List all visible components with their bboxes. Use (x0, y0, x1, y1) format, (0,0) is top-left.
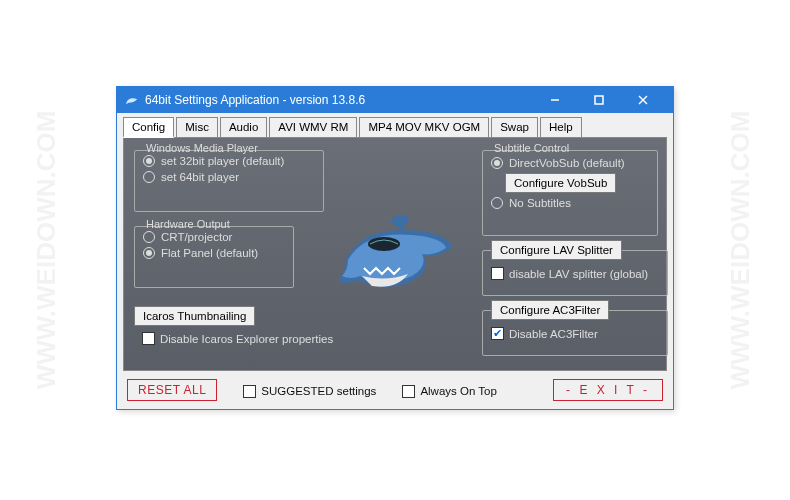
shark-logo (336, 202, 456, 305)
tab-swap[interactable]: Swap (491, 117, 538, 137)
checkbox-suggested-settings[interactable] (243, 385, 256, 398)
group-subtitle-control: Subtitle Control DirectVobSub (default) … (482, 150, 658, 236)
checkbox-disable-icaros-label: Disable Icaros Explorer properties (160, 333, 333, 345)
tab-mp4-mov-mkv-ogm[interactable]: MP4 MOV MKV OGM (359, 117, 489, 137)
group-ac3filter: Configure AC3Filter ✔ Disable AC3Filter (482, 310, 668, 356)
app-window: 64bit Settings Application - version 13.… (116, 86, 674, 410)
configure-ac3filter-button[interactable]: Configure AC3Filter (491, 300, 609, 320)
tab-avi-wmv-rm[interactable]: AVI WMV RM (269, 117, 357, 137)
group-lav-splitter: Configure LAV Splitter disable LAV split… (482, 250, 668, 296)
svg-point-4 (368, 237, 400, 251)
radio-flat-panel[interactable]: Flat Panel (default) (143, 247, 285, 259)
group-sub-label: Subtitle Control (491, 142, 572, 154)
radio-64bit-player[interactable]: set 64bit player (143, 171, 315, 183)
configure-lav-splitter-button[interactable]: Configure LAV Splitter (491, 240, 622, 260)
icaros-thumbnailing-button[interactable]: Icaros Thumbnailing (134, 306, 255, 326)
radio-crt-label: CRT/projector (161, 231, 232, 243)
exit-button[interactable]: - E X I T - (553, 379, 663, 401)
window-title: 64bit Settings Application - version 13.… (145, 93, 533, 107)
close-button[interactable] (621, 87, 665, 113)
maximize-button[interactable] (577, 87, 621, 113)
minimize-button[interactable] (533, 87, 577, 113)
checkbox-disable-ac3-label: Disable AC3Filter (509, 328, 598, 340)
radio-directvobsub-label: DirectVobSub (default) (509, 157, 625, 169)
tab-audio[interactable]: Audio (220, 117, 267, 137)
checkbox-always-on-top[interactable] (402, 385, 415, 398)
reset-all-button[interactable]: RESET ALL (127, 379, 217, 401)
group-wmp: Windows Media Player set 32bit player (d… (134, 150, 324, 212)
radio-no-subtitles-label: No Subtitles (509, 197, 571, 209)
radio-flat-label: Flat Panel (default) (161, 247, 258, 259)
watermark-right: WWW.WEIDOWN.COM (725, 111, 756, 390)
radio-directvobsub[interactable]: DirectVobSub (default) (491, 157, 649, 169)
tab-bar: Config Misc Audio AVI WMV RM MP4 MOV MKV… (117, 113, 673, 137)
group-wmp-label: Windows Media Player (143, 142, 261, 154)
bottom-bar: RESET ALL SUGGESTED settings Always On T… (117, 375, 673, 407)
group-hardware-output: Hardware Output CRT/projector Flat Panel… (134, 226, 294, 288)
radio-crt-projector[interactable]: CRT/projector (143, 231, 285, 243)
radio-32bit-player[interactable]: set 32bit player (default) (143, 155, 315, 167)
titlebar: 64bit Settings Application - version 13.… (117, 87, 673, 113)
tab-help[interactable]: Help (540, 117, 582, 137)
config-panel: Windows Media Player set 32bit player (d… (123, 137, 667, 371)
svg-rect-1 (595, 96, 603, 104)
app-icon (125, 93, 139, 107)
checkbox-disable-ac3[interactable]: ✔ (491, 327, 504, 340)
configure-vobsub-button[interactable]: Configure VobSub (505, 173, 616, 193)
checkbox-disable-lav-label: disable LAV splitter (global) (509, 268, 648, 280)
tab-misc[interactable]: Misc (176, 117, 218, 137)
watermark-left: WWW.WEIDOWN.COM (31, 111, 62, 390)
checkbox-suggested-label: SUGGESTED settings (261, 385, 376, 397)
group-hw-label: Hardware Output (143, 218, 233, 230)
radio-no-subtitles[interactable]: No Subtitles (491, 197, 649, 209)
tab-config[interactable]: Config (123, 117, 174, 138)
checkbox-disable-icaros[interactable] (142, 332, 155, 345)
checkbox-ontop-label: Always On Top (420, 385, 497, 397)
radio-32bit-label: set 32bit player (default) (161, 155, 284, 167)
radio-64bit-label: set 64bit player (161, 171, 239, 183)
checkbox-disable-lav[interactable] (491, 267, 504, 280)
